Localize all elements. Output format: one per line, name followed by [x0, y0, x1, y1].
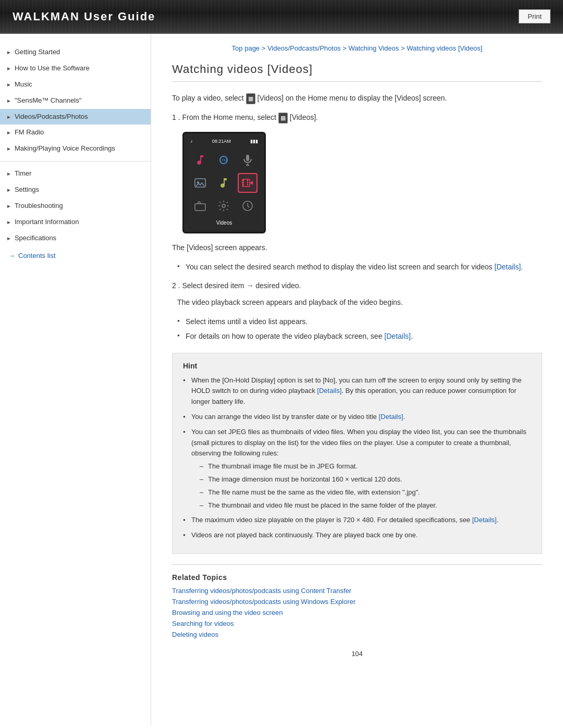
- header: WALKMAN User Guide Print: [0, 0, 563, 34]
- step-1: 1 . From the Home menu, select ▦ [Videos…: [172, 112, 542, 273]
- related-link-4[interactable]: Searching for videos: [172, 620, 542, 627]
- step2-bullet-1: Select items until a video list appears.: [177, 316, 542, 327]
- step2-para: The video playback screen appears and pl…: [177, 297, 542, 308]
- svg-rect-8: [243, 184, 244, 186]
- contents-list-link[interactable]: → Contents list: [0, 246, 151, 265]
- device-mockup: ♪ 08:21AM ▮▮▮ FM: [182, 132, 542, 233]
- sidebar-item-label: Specifications: [15, 234, 142, 243]
- related-link-1[interactable]: Transferring videos/photos/podcasts usin…: [172, 587, 542, 595]
- sidebar-item-timer[interactable]: ► Timer: [0, 166, 151, 182]
- device-icon-clock: [238, 196, 258, 216]
- svg-rect-10: [247, 182, 248, 183]
- step-1-item: 1 . From the Home menu, select ▦ [Videos…: [172, 112, 542, 124]
- chevron-right-icon: ►: [6, 65, 11, 72]
- hint-item-1: When the [On-Hold Display] option is set…: [183, 375, 531, 408]
- sidebar-item-getting-started[interactable]: ► Getting Started: [0, 44, 151, 60]
- sidebar-item-label: Important Information: [15, 218, 142, 227]
- related-link-3[interactable]: Browsing and using the video screen: [172, 609, 542, 616]
- sidebar-item-label: FM Radio: [15, 128, 142, 137]
- chevron-right-icon: ►: [6, 114, 11, 120]
- related-link-5[interactable]: Deleting videos: [172, 631, 542, 638]
- details-link-2[interactable]: [Details]: [384, 332, 411, 340]
- chevron-right-icon: ►: [6, 49, 11, 56]
- videos-screen-text: The [Videos] screen appears.: [172, 242, 542, 253]
- sidebar-item-troubleshooting[interactable]: ► Troubleshooting: [0, 198, 151, 214]
- breadcrumb-watching-videos[interactable]: Watching Videos: [348, 44, 399, 52]
- page-title: Watching videos [Videos]: [172, 63, 542, 82]
- sidebar-item-settings[interactable]: ► Settings: [0, 182, 151, 198]
- svg-rect-9: [247, 180, 248, 181]
- page-layout: ► Getting Started ► How to Use the Softw…: [0, 34, 563, 725]
- hint-box: Hint When the [On-Hold Display] option i…: [172, 353, 542, 554]
- chevron-right-icon: ►: [6, 170, 11, 177]
- sidebar-item-music[interactable]: ► Music: [0, 77, 151, 93]
- step-1-number: 1 .: [172, 113, 180, 121]
- print-button[interactable]: Print: [519, 9, 550, 23]
- svg-text:FM: FM: [222, 158, 227, 162]
- sidebar-divider: [0, 161, 151, 162]
- chevron-right-icon: ►: [6, 129, 11, 136]
- chevron-right-icon: ►: [6, 97, 11, 104]
- related-link-2[interactable]: Transferring videos/photos/podcasts usin…: [172, 598, 542, 606]
- breadcrumb-videos-podcasts[interactable]: Videos/Podcasts/Photos: [267, 44, 341, 52]
- app-title: WALKMAN User Guide: [13, 10, 155, 23]
- hint-dash-1: The thumbnail image file must be in JPEG…: [200, 461, 531, 472]
- step1-bullets: You can select the desired search method…: [177, 261, 542, 273]
- device-icon-photo: [190, 173, 210, 193]
- device-icon-gear: [214, 196, 234, 216]
- svg-rect-2: [246, 155, 249, 161]
- sidebar-item-important-info[interactable]: ► Important Information: [0, 214, 151, 230]
- sidebar-item-label: Making/Playing Voice Recordings: [15, 144, 142, 153]
- chevron-right-icon: ►: [6, 235, 11, 242]
- sidebar-item-label: Music: [15, 80, 142, 89]
- hint-dash-3: The file name must be the same as the vi…: [200, 487, 531, 498]
- step2-bullet-2: For details on how to operate the video …: [177, 330, 542, 342]
- step2-bullets: Select items until a video list appears.…: [177, 316, 542, 342]
- chevron-right-icon: ►: [6, 81, 11, 88]
- sidebar-item-label: Videos/Podcasts/Photos: [15, 113, 142, 121]
- hint-list: When the [On-Hold Display] option is set…: [183, 375, 531, 541]
- contents-list-label: Contents list: [18, 252, 56, 260]
- main-content: Top page > Videos/Podcasts/Photos > Watc…: [151, 34, 563, 725]
- page-footer: 104: [172, 641, 542, 668]
- hint-details-4[interactable]: [Details]: [472, 516, 497, 524]
- sidebar: ► Getting Started ► How to Use the Softw…: [0, 34, 151, 725]
- svg-marker-12: [250, 181, 253, 185]
- device-icon-video-highlighted: [238, 173, 258, 193]
- svg-rect-6: [243, 180, 244, 181]
- videos-icon-inline: ▦: [246, 93, 255, 105]
- breadcrumb: Top page > Videos/Podcasts/Photos > Watc…: [172, 44, 542, 52]
- device-icon-mic: [238, 150, 258, 170]
- step-2-item: 2 . Select desired item → desired video.: [172, 280, 542, 291]
- hint-item-5: Videos are not played back continuously.…: [183, 530, 531, 541]
- sidebar-item-label: Settings: [15, 186, 142, 194]
- hint-details-1[interactable]: [Details]: [317, 387, 341, 394]
- sidebar-item-fm-radio[interactable]: ► FM Radio: [0, 125, 151, 141]
- sidebar-item-how-to-use[interactable]: ► How to Use the Software: [0, 60, 151, 77]
- device-status-bar: ♪ 08:21AM ▮▮▮: [188, 138, 260, 145]
- sidebar-item-sensme[interactable]: ► "SensMe™ Channels": [0, 93, 151, 109]
- details-link-1[interactable]: [Details]: [495, 263, 521, 271]
- sidebar-item-voice-recordings[interactable]: ► Making/Playing Voice Recordings: [0, 141, 151, 157]
- hint-item-2: You can arrange the video list by transf…: [183, 412, 531, 423]
- step-2-number: 2 .: [172, 281, 180, 290]
- sidebar-item-label: Troubleshooting: [15, 202, 142, 211]
- arrow-right-icon: →: [8, 252, 15, 260]
- sidebar-item-label: "SensMe™ Channels": [15, 96, 142, 105]
- step1-bullet-1: You can select the desired search method…: [177, 261, 542, 273]
- device-icon-music: [190, 150, 210, 170]
- device-icon-fm: FM: [214, 150, 234, 170]
- hint-details-2[interactable]: [Details]: [378, 413, 403, 421]
- sidebar-item-specifications[interactable]: ► Specifications: [0, 230, 151, 246]
- breadcrumb-top[interactable]: Top page: [232, 44, 260, 52]
- svg-rect-13: [195, 204, 205, 211]
- chevron-right-icon: ►: [6, 187, 11, 193]
- hint-title: Hint: [183, 362, 531, 370]
- device-screen-label: Videos: [188, 220, 260, 228]
- device-icon-note: [214, 173, 234, 193]
- hint-dash-2: The image dimension must be horizontal 1…: [200, 474, 531, 485]
- sidebar-item-label: How to Use the Software: [15, 64, 142, 73]
- device-screen: ♪ 08:21AM ▮▮▮ FM: [182, 132, 266, 233]
- breadcrumb-current[interactable]: Watching videos [Videos]: [407, 44, 482, 52]
- sidebar-item-videos[interactable]: ► Videos/Podcasts/Photos: [0, 109, 151, 125]
